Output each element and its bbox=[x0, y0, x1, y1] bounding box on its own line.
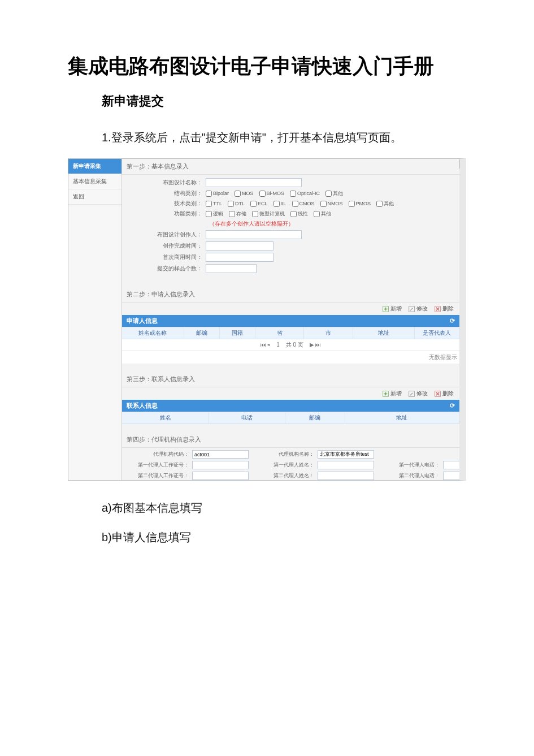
applicant-columns: 姓名或名称 邮编 国籍 省 市 地址 是否代表人 bbox=[122, 327, 459, 339]
creator-label: 布图设计创作人： bbox=[127, 231, 206, 239]
tech-opt-ecl[interactable]: ECL bbox=[250, 200, 268, 208]
agent1-name-label: 第一代理人姓名： bbox=[252, 463, 314, 468]
creator-input[interactable] bbox=[206, 230, 302, 239]
step3-header: 第三步：联系人信息录入 bbox=[122, 371, 459, 387]
step-1-text: 1.登录系统后，点击"提交新申请"，打开基本信息填写页面。 bbox=[68, 123, 466, 152]
agency-code-label: 代理机构代码： bbox=[127, 452, 189, 457]
col-zip: 邮编 bbox=[184, 327, 220, 339]
agent1-id-label: 第一代理人工作证号： bbox=[127, 463, 189, 468]
contact-edit-button[interactable]: 修改 bbox=[409, 390, 428, 398]
delete-icon bbox=[435, 306, 441, 312]
agent2-id-input[interactable] bbox=[192, 472, 249, 480]
col-province: 省 bbox=[255, 327, 304, 339]
col-contact-name: 姓名 bbox=[122, 412, 209, 424]
contact-delete-button[interactable]: 删除 bbox=[435, 390, 454, 398]
step4-header: 第四步：代理机构信息录入 bbox=[122, 432, 459, 448]
complete-time-label: 创作完成时间： bbox=[127, 242, 206, 250]
func-opt-storage[interactable]: 存储 bbox=[229, 210, 246, 218]
sidebar-item-new-application[interactable]: 新申请采集 bbox=[68, 159, 121, 174]
contact-toolbar: 新增 修改 删除 bbox=[122, 387, 459, 400]
main-panel: 第一步：基本信息录入 布图设计名称： 结构类别： Bipolar MOS Bi-… bbox=[122, 159, 459, 480]
sample-count-input[interactable] bbox=[206, 264, 257, 273]
col-nationality: 国籍 bbox=[220, 327, 255, 339]
func-label: 功能类别： bbox=[127, 210, 206, 218]
tech-options: TTL DTL ECL IIL CMOS NMOS PMOS 其他 bbox=[206, 200, 394, 208]
sidebar-item-back[interactable]: 返回 bbox=[68, 189, 121, 205]
tech-opt-iil[interactable]: IIL bbox=[273, 200, 286, 208]
sidebar-item-basic-info[interactable]: 基本信息采集 bbox=[68, 174, 121, 189]
struct-opt-bimos[interactable]: Bi-MOS bbox=[259, 190, 285, 197]
edit-button[interactable]: 修改 bbox=[409, 305, 428, 313]
col-name: 姓名或名称 bbox=[122, 327, 184, 339]
func-opt-other[interactable]: 其他 bbox=[314, 210, 331, 218]
delete-icon bbox=[435, 391, 441, 397]
applicant-pager[interactable]: ⏮ ◀ 1 共 0 页 ▶ ⏭ bbox=[122, 339, 459, 351]
tech-opt-other[interactable]: 其他 bbox=[376, 200, 394, 208]
agency-name-label: 代理机构名称： bbox=[252, 452, 314, 457]
delete-button[interactable]: 删除 bbox=[435, 305, 454, 313]
contact-add-button[interactable]: 新增 bbox=[383, 390, 402, 398]
edit-icon bbox=[409, 391, 415, 397]
add-icon bbox=[383, 306, 389, 312]
complete-time-input[interactable] bbox=[206, 241, 273, 250]
col-contact-phone: 电话 bbox=[209, 412, 285, 424]
first-use-input[interactable] bbox=[206, 253, 273, 262]
step1-form: 布图设计名称： 结构类别： Bipolar MOS Bi-MOS Optical… bbox=[122, 175, 459, 279]
refresh-icon[interactable]: ⟳ bbox=[450, 317, 455, 325]
agency-code-input[interactable] bbox=[192, 450, 249, 459]
sidebar: 新申请采集 基本信息采集 返回 bbox=[68, 159, 122, 480]
section-title: 新申请提交 bbox=[102, 93, 466, 110]
struct-opt-mos[interactable]: MOS bbox=[235, 190, 254, 197]
col-address: 地址 bbox=[353, 327, 415, 339]
tech-opt-dtl[interactable]: DTL bbox=[228, 200, 245, 208]
refresh-icon[interactable]: ⟳ bbox=[450, 402, 455, 409]
agent2-id-label: 第二代理人工作证号： bbox=[127, 473, 189, 479]
agent1-name-input[interactable] bbox=[318, 461, 374, 469]
step2-header: 第二步：申请人信息录入 bbox=[122, 287, 459, 303]
app-screenshot: 新申请采集 基本信息采集 返回 第一步：基本信息录入 布图设计名称： 结构类别：… bbox=[68, 158, 466, 481]
agent2-phone-input[interactable] bbox=[443, 472, 459, 480]
step1-header: 第一步：基本信息录入 bbox=[122, 159, 459, 175]
doc-title: 集成电路布图设计电子申请快速入门手册 bbox=[68, 51, 466, 81]
contact-panel-title: 联系人信息 ⟳ bbox=[122, 400, 459, 412]
col-is-representative: 是否代表人 bbox=[415, 327, 459, 339]
tech-label: 技术类别： bbox=[127, 200, 206, 208]
agent2-name-input[interactable] bbox=[318, 472, 374, 480]
col-contact-address: 地址 bbox=[345, 412, 459, 424]
creator-hint: （存在多个创作人请以空格隔开） bbox=[206, 220, 294, 228]
agent1-id-input[interactable] bbox=[192, 461, 249, 469]
sub-b: b)申请人信息填写 bbox=[68, 524, 466, 551]
func-opt-logic[interactable]: 逻辑 bbox=[206, 210, 223, 218]
applicant-panel-title: 申请人信息 ⟳ bbox=[122, 315, 459, 327]
func-options: 逻辑 存储 微型计算机 线性 其他 bbox=[206, 210, 331, 218]
struct-opt-other[interactable]: 其他 bbox=[325, 190, 343, 197]
struct-options: Bipolar MOS Bi-MOS Optical-IC 其他 bbox=[206, 190, 343, 197]
add-button[interactable]: 新增 bbox=[383, 305, 402, 313]
design-name-label: 布图设计名称： bbox=[127, 179, 206, 187]
add-icon bbox=[383, 391, 389, 397]
tech-opt-ttl[interactable]: TTL bbox=[206, 200, 222, 208]
edit-icon bbox=[409, 306, 415, 312]
agency-name-input[interactable] bbox=[318, 450, 374, 459]
applicant-empty: 无数据显示 bbox=[122, 351, 459, 364]
agent1-phone-label: 第一代理人电话： bbox=[377, 463, 440, 468]
sub-a: a)布图基本信息填写 bbox=[68, 494, 466, 521]
agent2-name-label: 第二代理人姓名： bbox=[252, 473, 314, 479]
struct-opt-bipolar[interactable]: Bipolar bbox=[206, 190, 229, 197]
tech-opt-cmos[interactable]: CMOS bbox=[292, 200, 315, 208]
step-1-body: 1.登录系统后，点击"提交新申请"，打开基本信息填写页面。 bbox=[102, 131, 402, 144]
struct-label: 结构类别： bbox=[127, 189, 206, 197]
sample-count-label: 提交的样品个数： bbox=[127, 265, 206, 273]
tech-opt-pmos[interactable]: PMOS bbox=[349, 200, 371, 208]
func-opt-linear[interactable]: 线性 bbox=[290, 210, 308, 218]
contact-columns: 姓名 电话 邮编 地址 bbox=[122, 412, 459, 424]
applicant-toolbar: 新增 修改 删除 bbox=[122, 303, 459, 315]
first-use-label: 首次商用时间： bbox=[127, 253, 206, 261]
func-opt-microcomputer[interactable]: 微型计算机 bbox=[252, 210, 285, 218]
agency-form: 代理机构代码： 代理机构名称： 第一代理人工作证号： 第一代理人姓名： 第一代理… bbox=[122, 448, 459, 480]
agent1-phone-input[interactable] bbox=[443, 461, 459, 469]
design-name-input[interactable] bbox=[206, 178, 302, 187]
struct-opt-optical[interactable]: Optical-IC bbox=[290, 190, 320, 197]
tech-opt-nmos[interactable]: NMOS bbox=[320, 200, 343, 208]
col-city: 市 bbox=[304, 327, 353, 339]
